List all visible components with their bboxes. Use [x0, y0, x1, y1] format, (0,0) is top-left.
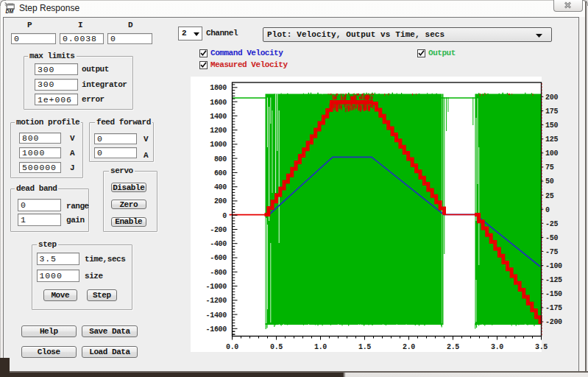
svg-text:DM: DM — [6, 9, 14, 13]
